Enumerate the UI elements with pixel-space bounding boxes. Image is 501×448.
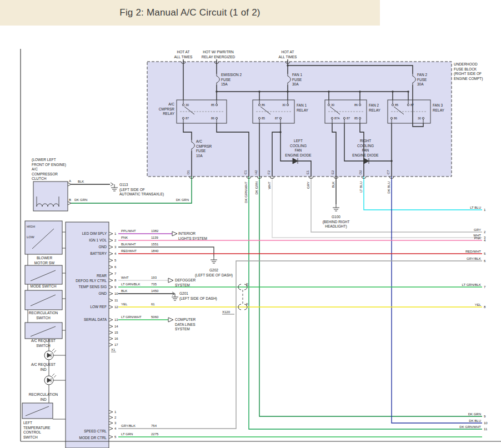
fan2-fuse-label-line-1: FUSE: [417, 78, 427, 82]
fan2-fuse-label-line-0: FAN 2: [417, 73, 427, 77]
mod-led-dim-sply: LED DIM SPLY: [82, 231, 107, 235]
module-pin-number: 15: [114, 331, 118, 334]
relay-terminal-number: 85: [354, 117, 358, 120]
relay-terminal-number: 87A: [334, 117, 340, 120]
module-pin-number: 8: [114, 279, 117, 282]
v-wht: [272, 177, 482, 238]
w8-ckt: 193: [151, 276, 157, 279]
ac-fuse-label-line-1: CMPRSR: [196, 144, 212, 148]
offpage-pin-number: 1: [484, 208, 486, 212]
w4-color: RED/WHT: [121, 249, 137, 253]
offpage-wire-color: RED/WHT: [465, 250, 481, 253]
vwire-lt-blu-label: LT BLU: [359, 182, 363, 193]
mod-temp-sens: TEMP SENS SIG: [79, 285, 107, 289]
fuse-block-label-line-3: ENGINE COMPT): [454, 77, 483, 81]
fuse-block-label-line-1: FUSE BLOCK: [454, 67, 477, 71]
blower-high: HIGH: [27, 225, 35, 228]
blower-sw-label: BLOWERMOTOR SW: [34, 256, 55, 265]
module-pin-number: 4: [114, 427, 117, 430]
module-pin-number: 4: [114, 252, 117, 255]
data-lines-ref-line-2: SYSTEM: [175, 327, 190, 331]
module-pin-chevron: [109, 427, 113, 430]
g113-label: G113(LEFT SIDE OFAUTOMATIC TRANSAXLE): [119, 183, 164, 197]
right-diode-label-line-1: COOLING: [357, 144, 374, 148]
mode-sw-label: MODE SWITCH: [31, 284, 57, 288]
temp-sw-label: LEFTTEMPERATURECONTROLSWITCH: [23, 421, 51, 439]
acreq-ind-label: A/C REQUESTIND: [31, 363, 56, 371]
g201-label: G201(LEFT SIDE OF DASH): [179, 291, 217, 301]
relay-terminal-number: 30: [282, 103, 285, 107]
module-pin-chevron: [109, 259, 113, 262]
g100-symbol: [333, 204, 339, 211]
pin-f2: F2: [267, 170, 270, 174]
right-diode-label-line-0: RIGHT: [360, 139, 371, 143]
w9-ckt: 735: [151, 283, 157, 286]
compressor-clutch-box: [33, 182, 68, 211]
g100-label-line-0: G100: [332, 215, 340, 219]
module-pin-number: 2: [114, 416, 117, 419]
offpage-pin-number: 5: [484, 252, 486, 255]
feed3-label: HOT ATALL TIMES: [279, 50, 298, 59]
module-pin-chevron: [109, 292, 113, 295]
fan1-fuse-label-line-0: FAN 1: [292, 73, 302, 77]
interior-lights-ref-line-0: INTERIOR: [178, 231, 196, 235]
acreq-ind-label-line-0: A/C REQUEST: [31, 363, 56, 367]
fan2-relay-label-line-1: RELAY: [369, 108, 380, 112]
w4-ckt: 1840: [151, 249, 159, 253]
wire-blk-label: BLK: [78, 180, 84, 183]
feed2-label-line-1: RELAY ENERGIZED: [202, 55, 236, 59]
fuse-block-label: UNDERHOODFUSE BLOCK(RIGHT SIDE OFENGINE …: [454, 62, 483, 81]
wire-dkgrn-label-2: DK GRN: [176, 198, 189, 202]
fuse-block-label-line-2: (RIGHT SIDE OF: [454, 72, 482, 76]
offpage-wire-color: LT GRN/BLK: [462, 283, 481, 286]
mod-gnd-2: GND: [99, 291, 107, 295]
module-pin-chevron: [109, 245, 113, 249]
recirc-sw-label: RECIRCULATIONSWITCH: [29, 311, 58, 320]
relay-terminal-number: 30: [418, 117, 421, 120]
clutch-label-line-2: A/C: [32, 167, 38, 171]
right-diode-label-line-3: ENGINE DIODE: [352, 153, 379, 157]
recirc-ind-label-line-0: RECIRCULATION: [29, 392, 58, 396]
right-diode-label-line-2: FAN: [362, 148, 369, 152]
g113-label-line-0: G113: [119, 183, 128, 187]
w1-ckt: 1382: [151, 229, 159, 233]
wb5-ckt: 2275: [151, 432, 159, 436]
pin-h2: H2: [254, 170, 258, 174]
fan1-relay-label-line-0: FAN 1: [297, 103, 307, 107]
temp-sw-label-line-1: TEMPERATURE: [23, 426, 51, 430]
temp-sw-label-line-3: SWITCH: [23, 435, 38, 439]
fan2-relay-label-line-0: FAN 2: [369, 103, 379, 107]
g202-label-line-1: (LEFT SIDE OF DASH): [195, 273, 233, 278]
module-pin-chevron: [109, 331, 113, 334]
defogger-ref: DEFOGGERSYSTEM: [175, 278, 196, 287]
mod-gnd-1: GND: [99, 245, 107, 249]
vwire-blk-label: BLK: [332, 182, 335, 188]
recirc-ind-label-line-1: IND: [40, 397, 47, 401]
clutch-pin-a: A: [69, 179, 71, 183]
junction-dot: [407, 90, 409, 93]
offpage-pin-number: 7: [484, 285, 486, 289]
clutch-label: (LOWER LEFTFRONT OF ENGINE)A/CCOMPRESSOR…: [32, 158, 66, 180]
v-dk-grn-wht: [249, 177, 482, 429]
relay-terminal-number: 86: [211, 117, 214, 120]
offpage-wire-color: GRY/BLK: [467, 257, 481, 260]
relay-terminal-number: 86: [262, 103, 265, 107]
relay-terminal-number: 85: [262, 117, 265, 120]
fan1-fuse-label-line-1: FUSE: [292, 78, 302, 82]
junction-dot: [390, 160, 393, 162]
v-dk-blu: [392, 177, 482, 423]
indicator-diode-icon: [47, 353, 51, 358]
w13-ckt: 5060: [151, 315, 159, 319]
relay-terminal-number: 85: [211, 103, 214, 107]
g113-chevron-a: [111, 183, 113, 184]
offpage-pin-number: 11: [484, 427, 488, 431]
g201-label-line-1: (LEFT SIDE OF DASH): [179, 296, 217, 301]
pin-e1: E1: [306, 170, 309, 174]
recirc-ind-label: RECIRCULATIONIND: [29, 392, 58, 401]
indicator-arrows-icon: [52, 349, 56, 353]
module-pin-number: 1: [114, 410, 117, 414]
blower-sw-label-line-0: BLOWER: [37, 256, 52, 260]
left-diode-label-line-0: LEFT: [294, 139, 303, 143]
emission-fuse-label-line-2: 15A: [221, 82, 228, 86]
mode-switch-box: [25, 265, 62, 284]
